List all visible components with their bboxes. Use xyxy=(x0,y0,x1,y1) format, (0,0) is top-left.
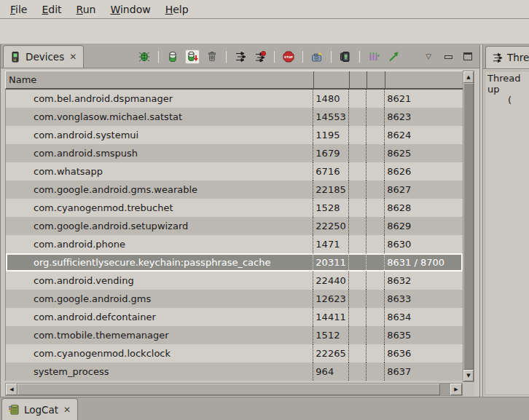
process-name: com.android.phone xyxy=(6,235,313,253)
empty-cell xyxy=(366,90,384,108)
empty-cell xyxy=(366,126,384,144)
process-name: com.vonglasow.michael.satstat xyxy=(6,108,313,126)
process-pid: 1480 xyxy=(313,90,348,108)
table-header[interactable]: Name xyxy=(5,71,463,90)
debug-port: 8629 xyxy=(384,217,463,235)
cause-gc-icon[interactable] xyxy=(205,49,219,64)
scroll-down-button[interactable]: ▼ xyxy=(463,370,474,381)
tab-logcat-label: LogCat xyxy=(24,404,58,416)
tab-threads[interactable]: Threa xyxy=(485,46,529,68)
scroll-up-button[interactable]: ▲ xyxy=(463,71,474,83)
scroll-left-button[interactable]: ◀ xyxy=(6,384,17,395)
table-row[interactable]: com.android.vending224408632 xyxy=(6,272,463,290)
process-name: com.whatsapp xyxy=(6,162,313,181)
minimize-icon[interactable] xyxy=(441,49,455,64)
threads-message: Thread up ( xyxy=(485,71,529,395)
maximize-icon[interactable] xyxy=(461,49,475,64)
update-heap-icon[interactable] xyxy=(165,49,180,64)
table-row[interactable]: com.bel.android.dspmanager14808621 xyxy=(6,90,463,108)
empty-cell xyxy=(348,308,366,326)
table-row[interactable]: com.android.defcontainer144118634 xyxy=(6,308,463,326)
process-name: com.google.android.gms.wearable xyxy=(6,181,313,199)
horizontal-scroll-track[interactable] xyxy=(440,384,450,395)
empty-cell xyxy=(348,362,366,381)
close-icon[interactable]: ✕ xyxy=(63,405,71,415)
table-row[interactable]: com.whatsapp67168626 xyxy=(6,162,463,181)
process-pid: 12623 xyxy=(313,290,348,308)
menu-run[interactable]: Run xyxy=(69,1,103,17)
menu-edit[interactable]: Edit xyxy=(34,1,68,17)
horizontal-scrollbar[interactable]: ◀ ▶ xyxy=(5,383,463,396)
process-pid: 14553 xyxy=(313,108,348,126)
tab-logcat[interactable]: LogCat ✕ xyxy=(1,398,78,420)
empty-cell xyxy=(348,290,366,308)
process-name: system_process xyxy=(6,362,313,381)
vertical-scrollbar[interactable]: ▲ ▼ xyxy=(463,71,474,382)
empty-cell xyxy=(348,126,366,144)
screen-record-icon[interactable] xyxy=(338,49,353,64)
empty-cell xyxy=(366,108,384,126)
column-separator[interactable] xyxy=(385,71,385,88)
empty-cell xyxy=(366,217,384,235)
table-row[interactable]: org.sufficientlysecure.keychain:passphra… xyxy=(6,253,463,272)
devices-tabbar: Devices ✕ xyxy=(1,44,479,68)
menu-window[interactable]: Window xyxy=(103,1,157,17)
column-header-name[interactable]: Name xyxy=(6,74,36,85)
empty-cell xyxy=(366,144,384,162)
process-pid: 1528 xyxy=(313,199,348,217)
table-row[interactable]: com.google.android.setupwizard222508629 xyxy=(6,217,463,235)
menu-file[interactable]: File xyxy=(3,1,34,17)
start-opengl-trace-icon[interactable] xyxy=(386,49,401,64)
table-row[interactable]: com.google.android.gms.wearable221858627 xyxy=(6,181,463,199)
empty-cell xyxy=(348,344,366,362)
threads-panel: Threa Thread up ( xyxy=(483,44,529,397)
debug-port: 8635 xyxy=(384,326,463,344)
threads-message-line2: ( xyxy=(487,95,529,106)
devices-toolbar: STOP xyxy=(137,44,475,68)
menu-help[interactable]: Help xyxy=(158,1,196,17)
column-separator[interactable] xyxy=(313,71,314,88)
process-pid: 20311 xyxy=(313,253,348,272)
process-pid: 1195 xyxy=(313,126,348,144)
close-icon[interactable]: ✕ xyxy=(68,52,77,62)
table-row[interactable]: com.android.smspush16798625 xyxy=(6,144,463,162)
empty-cell xyxy=(348,272,366,290)
start-method-profiling-icon[interactable] xyxy=(253,49,267,64)
update-threads-icon[interactable] xyxy=(233,49,248,64)
empty-cell xyxy=(366,235,384,253)
column-separator[interactable] xyxy=(367,71,367,88)
table-row[interactable]: com.android.systemui11958624 xyxy=(6,126,463,144)
table-row[interactable]: com.vonglasow.michael.satstat145538623 xyxy=(6,108,463,126)
dump-hprof-icon[interactable] xyxy=(185,49,200,64)
process-name: com.google.android.setupwizard xyxy=(6,217,313,235)
horizontal-scroll-thumb[interactable] xyxy=(17,384,440,395)
empty-cell xyxy=(348,253,366,272)
table-row[interactable]: com.cyanogenmod.lockclock222658636 xyxy=(6,344,463,362)
capture-systrace-icon[interactable] xyxy=(367,49,381,64)
debug-port: 8636 xyxy=(384,344,463,362)
empty-cell xyxy=(348,90,366,108)
empty-cell xyxy=(348,199,366,217)
view-menu-icon[interactable]: ▽ xyxy=(421,49,436,64)
vertical-scroll-thumb[interactable] xyxy=(463,83,474,370)
column-separator[interactable] xyxy=(349,71,350,88)
process-pid: 6716 xyxy=(313,162,348,181)
screen-capture-icon[interactable] xyxy=(310,49,324,64)
debug-process-icon[interactable] xyxy=(137,49,152,64)
table-row[interactable]: com.android.phone14718630 xyxy=(6,235,463,253)
empty-cell xyxy=(366,326,384,344)
debug-port: 8623 xyxy=(384,108,463,126)
stop-process-icon[interactable]: STOP xyxy=(281,49,296,64)
table-row[interactable]: com.tmobile.thememanager15128635 xyxy=(6,326,463,344)
table-row[interactable]: com.cyanogenmod.trebuchet15288628 xyxy=(6,199,463,217)
process-pid: 1512 xyxy=(313,326,348,344)
process-pid: 22265 xyxy=(313,344,348,362)
process-pid: 1679 xyxy=(313,144,348,162)
table-row[interactable]: com.google.android.gms126238633 xyxy=(6,290,463,308)
table-row[interactable]: system_process9648637 xyxy=(6,362,463,381)
scroll-right-button[interactable]: ▶ xyxy=(450,384,462,395)
tab-devices[interactable]: Devices ✕ xyxy=(3,45,84,68)
empty-cell xyxy=(348,235,366,253)
threads-icon xyxy=(492,52,503,63)
threads-message-line1: Thread up xyxy=(487,73,529,95)
